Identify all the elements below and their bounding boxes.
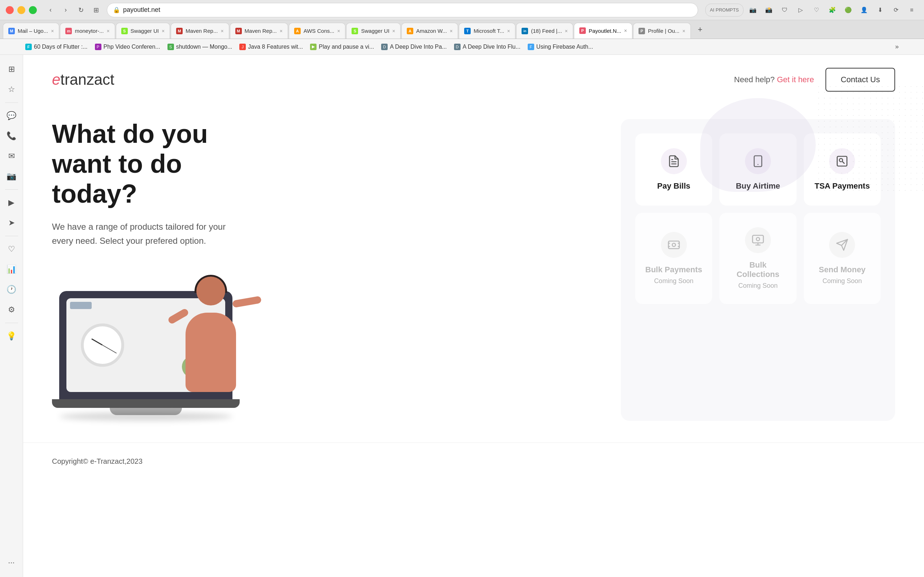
profile-button[interactable]: 👤 <box>858 3 871 16</box>
hero-subtitle: We have a range of products tailored for… <box>52 220 233 248</box>
sidebar-divider-4 <box>5 323 18 323</box>
send-money-badge: Coming Soon <box>822 277 862 285</box>
screen-clock <box>81 324 124 367</box>
bulk-collections-icon <box>751 234 764 247</box>
screenshot-button[interactable]: 📷 <box>746 3 759 16</box>
hero-title: What do you want to do today? <box>52 119 268 208</box>
service-card-bulk-payments[interactable]: Bulk Payments Coming Soon <box>635 213 712 304</box>
tabs-bar: M Mail – Ugo... × m moneytor-... × S Swa… <box>0 20 924 39</box>
sidebar-divider-1 <box>5 102 18 103</box>
forward-button[interactable]: › <box>59 3 72 16</box>
bulk-payments-label: Bulk Payments <box>645 265 703 274</box>
back-button[interactable]: ‹ <box>44 3 57 16</box>
bulk-payments-icon <box>667 239 680 251</box>
bookmark-play[interactable]: ▶ Play and pause a vi... <box>310 44 374 50</box>
bookmark-flutter[interactable]: F 60 Days of Flutter :... <box>25 44 88 50</box>
hero-illustration <box>52 284 240 421</box>
minimize-button[interactable] <box>17 6 25 14</box>
person-body <box>186 313 236 392</box>
bookmark-deepdive1[interactable]: D A Deep Dive Into Pa... <box>381 44 446 50</box>
sidebar-heart-icon[interactable]: ♡ <box>3 240 20 258</box>
sidebar-home-icon[interactable]: ⊞ <box>3 61 20 78</box>
svg-point-10 <box>756 238 759 241</box>
new-tab-button[interactable]: + <box>693 23 708 37</box>
extension-button[interactable]: 🧩 <box>826 3 839 16</box>
screen-window-bar <box>70 302 92 309</box>
bookmark-firebase[interactable]: F Using Firebase Auth... <box>528 44 593 50</box>
sidebar-messenger-icon[interactable]: 💬 <box>3 107 20 124</box>
sidebar-more-icon[interactable]: ··· <box>3 554 20 571</box>
bookmarks-more-button[interactable]: » <box>895 43 899 50</box>
service-card-send-money[interactable]: Send Money Coming Soon <box>804 213 881 304</box>
browser-actions: AI PROMPTS 📷 📸 🛡 ▷ ♡ 🧩 🟢 👤 ⬇ ⟳ ≡ <box>705 3 918 16</box>
need-help-text: Need help? Get it here <box>734 75 814 84</box>
person-head <box>196 277 225 305</box>
laptop-base <box>52 399 240 408</box>
sidebar-video-icon[interactable]: ▶ <box>3 194 20 211</box>
reload-button[interactable]: ↻ <box>74 3 87 16</box>
tab-aws[interactable]: A AWS Cons... × <box>289 23 346 39</box>
tab-grid-button[interactable]: ⊞ <box>89 3 102 16</box>
sidebar-instagram-icon[interactable]: 📷 <box>3 168 20 185</box>
tab-swagger2[interactable]: S Swagger UI × <box>346 23 401 39</box>
tab-microsoft[interactable]: T Microsoft T... × <box>459 23 515 39</box>
bookmark-deepdive2[interactable]: D A Deep Dive Into Flu... <box>454 44 520 50</box>
tab-payoutlet[interactable]: P Payoutlet.N... × <box>574 23 632 39</box>
sync-button[interactable]: ⟳ <box>889 3 902 16</box>
bulk-payments-icon-wrap <box>661 232 687 258</box>
extension2-button[interactable]: 🟢 <box>842 3 855 16</box>
service-card-bulk-collections[interactable]: Bulk Collections Coming Soon <box>719 213 796 304</box>
page-content: etranzact Need help? Get it here Contact… <box>23 55 924 577</box>
sidebar: ⊞ ☆ 💬 📞 ✉ 📷 ▶ ➤ ♡ 📊 🕐 ⚙ 💡 ··· <box>0 55 23 577</box>
ai-prompts-button[interactable]: AI PROMPTS <box>705 3 743 16</box>
page-footer: Copyright© e-Tranzact,2023 <box>23 443 924 480</box>
sidebar-clock-icon[interactable]: 🕐 <box>3 281 20 298</box>
sidebar-chart-icon[interactable]: 📊 <box>3 261 20 278</box>
bg-decoration-dots <box>816 84 924 192</box>
camera-button[interactable]: 📸 <box>762 3 775 16</box>
address-bar[interactable]: 🔒 payoutlet.net <box>107 3 698 17</box>
get-it-here-link[interactable]: Get it here <box>777 75 814 84</box>
sidebar-bulb-icon[interactable]: 💡 <box>3 327 20 345</box>
bookmark-php[interactable]: P Php Video Conferen... <box>95 44 160 50</box>
svg-rect-9 <box>753 235 763 243</box>
tab-maven1[interactable]: M Maven Rep... × <box>171 23 229 39</box>
send-money-icon <box>835 239 848 251</box>
tab-mail[interactable]: M Mail – Ugo... × <box>3 23 59 39</box>
bg-decoration-circle <box>700 98 816 192</box>
play-button[interactable]: ▷ <box>794 3 807 16</box>
tab-linkedin[interactable]: in (18) Feed |... × <box>516 23 573 39</box>
sidebar-whatsapp-icon[interactable]: 📞 <box>3 127 20 145</box>
bookmark-mongodb[interactable]: S shutdown — Mongo... <box>168 44 233 50</box>
sidebar-divider-3 <box>5 236 18 236</box>
tab-profile[interactable]: P Profile | Ou... × <box>633 23 690 39</box>
sidebar-star-icon[interactable]: ☆ <box>3 81 20 98</box>
sidebar-send-icon[interactable]: ➤ <box>3 214 20 232</box>
maximize-button[interactable] <box>29 6 37 14</box>
clock-hour-hand <box>91 338 103 345</box>
bookmark-java[interactable]: J Java 8 Features wit... <box>239 44 303 50</box>
laptop-shadow <box>59 412 233 421</box>
receipt-icon <box>667 155 680 168</box>
tab-swagger1[interactable]: S Swagger UI × <box>116 23 170 39</box>
sidebar-settings-icon[interactable]: ⚙ <box>3 301 20 318</box>
tab-moneytor[interactable]: m moneytor-... × <box>60 23 115 39</box>
shield-button[interactable]: 🛡 <box>778 3 791 16</box>
lock-icon: 🔒 <box>113 6 120 13</box>
tab-amazon[interactable]: A Amazon W... × <box>401 23 458 39</box>
nav-buttons: ‹ › ↻ ⊞ <box>44 3 102 16</box>
menu-button[interactable]: ≡ <box>905 3 918 16</box>
close-button[interactable] <box>6 6 14 14</box>
copyright-text: Copyright© e-Tranzact,2023 <box>52 457 142 465</box>
tab-maven2[interactable]: M Maven Rep... × <box>230 23 288 39</box>
logo-text: tranzact <box>60 71 114 88</box>
send-money-label: Send Money <box>819 265 866 274</box>
sidebar-telegram-icon[interactable]: ✉ <box>3 148 20 165</box>
bulk-collections-label: Bulk Collections <box>728 260 788 279</box>
main-layout: ⊞ ☆ 💬 📞 ✉ 📷 ▶ ➤ ♡ 📊 🕐 ⚙ 💡 ··· <box>0 55 924 577</box>
svg-rect-7 <box>669 241 679 249</box>
sidebar-divider-2 <box>5 189 18 190</box>
bookmark-button[interactable]: ♡ <box>810 3 823 16</box>
download-button[interactable]: ⬇ <box>874 3 887 16</box>
send-money-icon-wrap <box>829 232 855 258</box>
